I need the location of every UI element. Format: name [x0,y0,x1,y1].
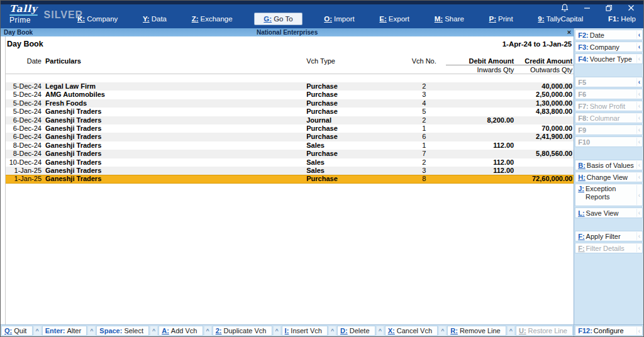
caret-separator-icon[interactable]: ^ [507,326,515,336]
sidebar-button-date[interactable]: F2: Date ‹ [575,30,643,40]
minimize-icon[interactable] [584,4,591,11]
bottom-actions: Q: Quit ^ Enter: Alter ^ Space: Select ^… [1,325,574,336]
table-row[interactable]: 5-Dec-24 Legal Law Firm Purchase 2 40,00… [6,82,574,91]
cell-debit-amount [446,82,514,91]
bottom-action-insert-vch[interactable]: I: Insert Vch [282,326,328,336]
restore-icon[interactable] [606,4,613,11]
bottom-action-select[interactable]: Space: Select [96,326,149,336]
sidebar-button-columnar[interactable]: F8: Columnar ‹ [575,113,643,123]
menu-item-data[interactable]: Y:Data [140,14,169,24]
chevron-left-icon: ‹ [636,126,641,134]
bottom-action-cancel-vch[interactable]: X: Cancel Vch [385,326,438,336]
caret-separator-icon[interactable]: ^ [273,326,281,336]
bottom-action-restore-line[interactable]: U: Restore Line [516,326,573,336]
cell-debit-amount [446,108,514,116]
logo-brand-sub: Prime [9,16,38,24]
configure-label: Configure [594,327,624,334]
caret-separator-icon[interactable]: ^ [328,326,336,336]
menu-item-go-to[interactable]: G:Go To [255,13,301,25]
bottom-action-remove-line[interactable]: R: Remove Line [447,326,506,336]
menu-item-import[interactable]: O:Import [321,14,357,24]
table-row[interactable]: 5-Dec-24 Fresh Foods Purchase 4 1,30,000… [6,99,574,108]
menu-label: Go To [274,15,292,23]
sidebar-button-basis-of-values[interactable]: B: Basis of Values ‹ [575,160,643,170]
cell-vch-no: 4 [402,99,446,108]
bottom-action-delete[interactable]: D: Delete [337,326,375,336]
sidebar-button-exception-reports[interactable]: J: Exception Reports ‹ [575,184,643,206]
chevron-left-icon: ‹ [636,138,641,146]
sidebar-button-voucher-type[interactable]: F4: Voucher Type ‹ [575,53,643,64]
table-row[interactable]: 1-Jan-25 Ganeshji Traders Sales 3 112.00 [6,167,574,175]
cell-debit-amount [446,175,514,183]
sidebar-button-change-view[interactable]: H: Change View ‹ [575,172,643,182]
sidebar-button-f6[interactable]: F6 ‹ [575,89,643,99]
menu-item-help[interactable]: F1:Help [606,14,638,24]
cell-date: 6-Dec-24 [6,124,42,133]
caret-separator-icon[interactable]: ^ [87,326,96,336]
notification-bell-icon[interactable] [561,4,569,12]
menu-item-exchange[interactable]: Z:Exchange [189,14,235,24]
report-period[interactable]: 1-Apr-24 to 1-Jan-25 [502,40,572,48]
sidebar-button-show-profit[interactable]: F7: Show Profit ‹ [575,101,643,111]
bottom-action-key: R: [450,327,458,334]
table-row[interactable]: 8-Dec-24 Ganeshji Traders Purchase 7 5,8… [6,150,574,158]
col-header-date: Date [6,57,42,65]
bottom-action-key: Space: [99,327,122,334]
breadcrumb-report-name: Day Book [4,29,33,36]
sidebar-button-f9[interactable]: F9 ‹ [575,124,643,135]
sidebar-button-filter-details[interactable]: F: Filter Details ‹ [575,243,643,253]
menu-label: Print [498,15,513,23]
table-row[interactable]: 8-Dec-24 Ganeshji Traders Sales 1 112.00 [6,141,574,150]
close-icon[interactable] [628,4,635,11]
sidebar-button-company[interactable]: F3: Company ‹ [575,41,643,52]
table-row[interactable]: 1-Jan-25 Ganeshji Traders Purchase 8 72,… [6,175,574,183]
cell-credit-amount: 1,30,000.00 [514,99,574,108]
bottom-action-duplicate-vch[interactable]: 2: Duplicate Vch [213,326,272,336]
table-row[interactable]: 6-Dec-24 Ganeshji Traders Purchase 1 70,… [6,124,574,133]
sidebar-button-label: Change View [587,174,628,181]
tallyprime-window: Tally Prime SILVER K:Company Y:Data [0,0,644,337]
sidebar-button-label: Basis of Values [587,162,634,169]
table-row[interactable]: 5-Dec-24 AMG Automobiles Purchase 3 2,50… [6,91,574,99]
bottom-action-quit[interactable]: Q: Quit [1,326,33,336]
sidebar-button-apply-filter[interactable]: F: Apply Filter ‹ [575,231,643,241]
menu-item-share[interactable]: M:Share [432,14,467,24]
cell-debit-amount [446,150,514,158]
menu-key: G: [264,15,272,23]
menu-key: Z: [192,15,199,23]
caret-separator-icon[interactable]: ^ [376,326,384,336]
cell-vch-type: Purchase [306,124,402,133]
menu-item-export[interactable]: E:Export [377,14,412,24]
menu-item-company[interactable]: K:Company [75,14,120,24]
menu-item-print[interactable]: P:Print [487,14,516,24]
menu-label: Company [87,15,118,23]
table-row[interactable]: 6-Dec-24 Ganeshji Traders Journal 2 8,20… [6,116,574,124]
breadcrumb: Day Book National Enterprises × [1,28,574,36]
bottom-action-label: Alter [67,327,81,334]
cell-credit-amount: 2,41,900.00 [514,133,574,141]
sidebar-button-key: F2: [578,31,589,39]
breadcrumb-close-icon[interactable]: × [567,28,571,36]
caret-separator-icon[interactable]: ^ [204,326,212,336]
bottom-action-label: Select [124,327,143,334]
caret-separator-icon[interactable]: ^ [150,326,158,336]
sidebar-button-f5[interactable]: F5 ‹ [575,77,643,87]
bottom-action-add-vch[interactable]: A: Add Vch [158,326,203,336]
bottom-action-alter[interactable]: Enter: Alter [42,326,87,336]
menu-label: TallyCapital [547,15,584,23]
sidebar-button-save-view[interactable]: L: Save View ‹ [575,207,643,218]
main-panel: Day Book National Enterprises × Day Book… [1,28,574,324]
table-row[interactable]: 6-Dec-24 Ganeshji Traders Purchase 6 2,4… [6,133,574,141]
cell-vch-type: Journal [306,116,402,124]
cell-particulars: AMG Automobiles [42,91,306,99]
menu-item-tallycapital[interactable]: 9:TallyCapital [535,14,586,24]
table-row[interactable]: 10-Dec-24 Ganeshji Traders Sales 2 112.0… [6,158,574,167]
caret-separator-icon[interactable]: ^ [438,326,447,336]
caret-separator-icon[interactable]: ^ [33,326,42,336]
chevron-left-icon: ‹ [636,232,641,240]
configure-button[interactable]: F12: Configure ‹ [575,326,643,336]
cell-credit-amount: 40,000.00 [514,82,574,91]
cell-vch-type: Sales [306,167,402,175]
table-row[interactable]: 5-Dec-24 Ganeshji Traders Purchase 5 4,8… [6,108,574,116]
sidebar-button-f10[interactable]: F10 ‹ [575,136,643,147]
